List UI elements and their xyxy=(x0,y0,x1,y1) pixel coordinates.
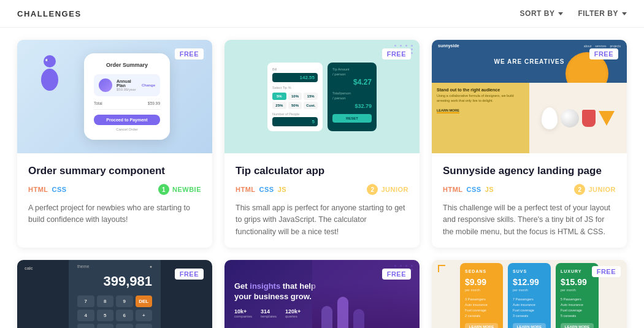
calc-header: theme ● xyxy=(77,264,152,269)
difficulty-num-1: 1 xyxy=(158,184,169,195)
card-order-summary[interactable]: FREE Order Summary Annual Plan $59.99/ye… xyxy=(17,40,212,248)
tag-html-2: HTML xyxy=(236,186,256,193)
tip-amount-val: $4.27 xyxy=(332,78,372,86)
corner-logo xyxy=(438,265,445,272)
card-title-3: Sunnyside agency landing page xyxy=(443,164,616,178)
sort-by-label: SORT BY xyxy=(520,9,555,18)
stat-num-3: 120k+ xyxy=(285,308,301,315)
calc-btn-6: 6 xyxy=(116,310,133,321)
bill-label: Bill xyxy=(272,67,318,71)
suvs-features: 7 PassengersAuto insuranceFuel coverage3… xyxy=(513,297,546,318)
difficulty-label-2: JUNIOR xyxy=(381,186,408,193)
cone-shape xyxy=(599,111,615,126)
calc-btn-plus: + xyxy=(136,310,153,321)
learn-more-link[interactable]: LEARN MORE xyxy=(437,109,459,113)
filter-by-chevron-icon xyxy=(622,12,627,15)
tag-css-1: CSS xyxy=(52,186,67,193)
sedans-price: $9.99 xyxy=(465,277,498,287)
tag-js-2: JS xyxy=(278,186,286,193)
stat-label-3: queries xyxy=(285,315,301,318)
suvs-title: SUVS xyxy=(513,269,546,273)
num-people-section: Number of People 5 xyxy=(272,112,318,126)
card-image-pricing: FREE SEDANS $9.99 per month 3 Passengers… xyxy=(432,260,627,328)
total-label: Total xyxy=(94,101,102,105)
sunny-bottom-right xyxy=(529,83,627,153)
calc-display: 399,981 xyxy=(77,273,152,289)
difficulty-label-1: NEWBIE xyxy=(172,186,201,193)
sunny-logo: sunnyside xyxy=(438,44,459,48)
luxury-title: LUXURY xyxy=(561,269,594,273)
mock-tip-calculator: Bill 142.55 Select Tip % 5% 10% 15% 25% … xyxy=(267,63,377,131)
people-shapes xyxy=(321,297,364,328)
proceed-button[interactable]: Proceed to Payment xyxy=(94,115,160,125)
stat-3: 120k+ queries xyxy=(285,308,301,318)
calc-header-text: theme xyxy=(77,264,89,269)
luxury-btn[interactable]: LEARN MORE xyxy=(561,323,594,328)
filter-by-control[interactable]: FILTER BY xyxy=(578,9,627,18)
svg-point-1 xyxy=(41,69,58,91)
card-image-sunnyside: FREE sunnyside about services projects W… xyxy=(432,40,627,153)
card-sunnyside[interactable]: FREE sunnyside about services projects W… xyxy=(432,40,627,248)
card-body-order-summary: Order summary component HTML CSS 1 NEWBI… xyxy=(17,153,212,236)
suvs-btn[interactable]: LEARN MORE xyxy=(513,323,546,328)
calc-btn-3: 3 xyxy=(116,324,133,328)
tip-btn-25: 25% xyxy=(272,102,286,109)
sedans-title: SEDANS xyxy=(465,269,498,273)
card-insure-landing[interactable]: FREE Get insights that help your busines… xyxy=(224,260,420,328)
card-title-2: Tip calculator app xyxy=(236,164,408,178)
sedans-period: per month xyxy=(465,288,498,292)
cancel-link[interactable]: Cancel Order xyxy=(94,128,160,131)
card-pricing[interactable]: FREE SEDANS $9.99 per month 3 Passengers… xyxy=(432,260,627,328)
ball-shape xyxy=(561,109,579,128)
mock-order-row-1: Total $59.99 xyxy=(94,101,160,105)
difficulty-num-3: 2 xyxy=(574,184,585,195)
sunny-nav-projects: projects xyxy=(610,44,621,48)
free-badge-2: FREE xyxy=(382,48,411,59)
difficulty-badge-1: 1 NEWBIE xyxy=(158,184,201,195)
person-2 xyxy=(337,297,348,328)
luxury-price: $15.99 xyxy=(561,277,594,287)
sunny-nav-services: services xyxy=(595,44,606,48)
card-tags-1: HTML CSS 1 NEWBIE xyxy=(28,184,201,195)
card-calculator-app[interactable]: FREE calc theme ● 399,981 7 8 9 DEL 4 xyxy=(17,260,212,328)
dot xyxy=(405,45,407,47)
stat-1: 10k+ companies xyxy=(234,308,252,318)
tag-html-3: HTML xyxy=(443,186,463,193)
insure-headline: Get insights that help your business gro… xyxy=(234,281,320,302)
stat-2: 314 templates xyxy=(261,308,277,318)
plan-icon xyxy=(99,78,112,92)
card-tip-calculator[interactable]: FREE Bill xyxy=(224,40,420,248)
sort-by-control[interactable]: SORT BY xyxy=(520,9,564,18)
cup-shape xyxy=(582,110,596,127)
pricing-card-sedans: SEDANS $9.99 per month 3 PassengersAuto … xyxy=(460,263,503,328)
free-badge-3: FREE xyxy=(589,48,618,59)
suvs-period: per month xyxy=(513,288,546,292)
luxury-period: per month xyxy=(561,288,594,292)
tag-css-3: CSS xyxy=(467,186,481,193)
mock-plan-text: Annual Plan $59.99/year xyxy=(117,79,137,91)
sedans-btn[interactable]: LEARN MORE xyxy=(465,323,498,328)
dot xyxy=(411,52,413,54)
stat-label-1: companies xyxy=(234,315,252,318)
difficulty-badge-3: 2 JUNIOR xyxy=(574,184,616,195)
sunny-bottom-section: Stand out to the right audience Using a … xyxy=(432,83,627,153)
calc-btn-2: 2 xyxy=(97,324,114,328)
tip-btn-custom: Cust. xyxy=(304,102,318,109)
calc-btn-5: 5 xyxy=(97,310,114,321)
difficulty-badge-2: 2 JUNIOR xyxy=(367,184,408,195)
free-badge-1: FREE xyxy=(175,48,204,59)
mock-calc-right: Tip Amount / person $4.27 Total/person /… xyxy=(328,63,377,131)
person-3 xyxy=(353,309,364,328)
total-label-2: Total/person xyxy=(332,91,372,95)
reset-button[interactable]: RESET xyxy=(332,114,372,123)
calc-logo: calc xyxy=(25,266,33,270)
num-people-input: 5 xyxy=(272,117,318,126)
card-body-sunnyside: Sunnyside agency landing page HTML CSS J… xyxy=(432,153,627,248)
egg-shape xyxy=(542,107,558,129)
card-tags-2: HTML CSS JS 2 JUNIOR xyxy=(236,184,408,195)
calc-btn-4: 4 xyxy=(77,310,94,321)
calc-buttons-grid: 7 8 9 DEL 4 5 6 + 1 2 3 - xyxy=(77,296,152,328)
sort-by-chevron-icon xyxy=(558,12,563,15)
calc-btn-7: 7 xyxy=(77,296,94,307)
plan-change: Change xyxy=(142,83,155,87)
